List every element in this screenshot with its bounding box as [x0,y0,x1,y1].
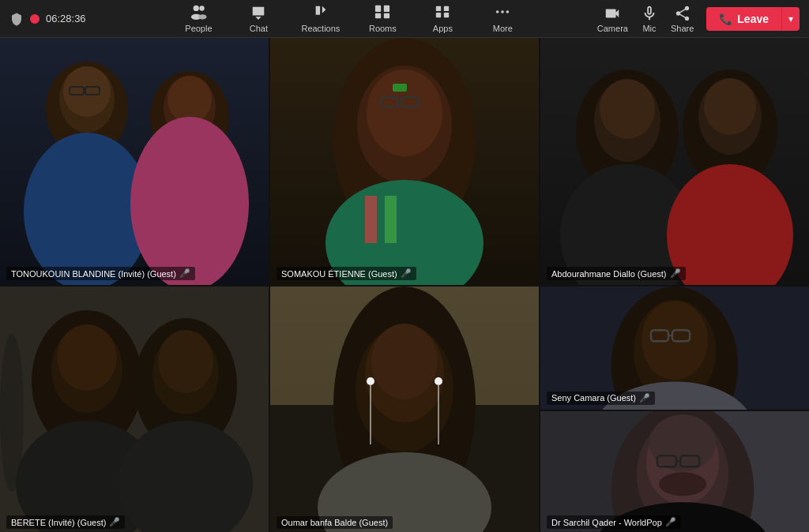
berete-silhouette [0,287,269,532]
people-label: People [185,24,212,33]
svg-rect-8 [436,6,441,11]
person-silhouette [0,38,269,285]
leave-button[interactable]: 📞 Leave [706,7,781,31]
svg-point-46 [57,324,117,391]
top-bar: 06:28:36 People Chat [0,0,809,38]
mic-label: Mic [642,24,656,33]
svg-rect-28 [393,84,407,92]
svg-point-0 [194,6,199,11]
nav-reactions[interactable]: Reactions [301,4,340,33]
call-timer: 06:28:36 [46,13,86,24]
more-icon [494,4,511,22]
nav-people[interactable]: People [181,4,216,33]
more-label: More [493,24,513,33]
svg-rect-33 [385,196,397,243]
participant-name-abdourahmane: Abdourahmane Diallo (Guest) [551,269,667,279]
svg-point-24 [130,117,249,285]
nav-more[interactable]: More [485,4,520,33]
video-cell-abdourahmane: Abdourahmane Diallo (Guest) 🎤 [540,38,809,285]
video-cell-somakou: SOMAKOU ÉTIENNE (Guest) 🎤 [270,38,539,285]
mic-indicator-somakou: 🎤 [401,268,412,279]
participant-name-sarchil: Dr Sarchil Qader - WorldPop [551,518,662,527]
nav-apps[interactable]: Apps [425,4,460,33]
shield-icon-wrap [9,12,24,26]
video-cell-berete: BERETE (Invité) (Guest) 🎤 [0,287,269,532]
video-cell-seny: Seny Camara (Guest) 🎤 [540,287,809,410]
share-icon [674,5,691,22]
participant-name-somakou: SOMAKOU ÉTIENNE (Guest) [281,269,397,279]
mic-indicator-berete: 🎤 [109,517,120,527]
svg-point-23 [167,76,212,123]
nav-rooms[interactable]: Rooms [365,4,400,33]
mic-button[interactable]: Mic [641,5,658,33]
svg-point-80 [659,472,706,496]
leave-group: 📞 Leave ▾ [706,7,800,31]
mic-indicator-sarchil: 🎤 [665,517,676,527]
participant-label-seny: Seny Camara (Guest) 🎤 [547,392,655,405]
sarchil-silhouette [540,411,809,533]
svg-rect-7 [384,13,389,18]
svg-point-60 [435,377,442,385]
svg-point-40 [704,78,756,135]
abdourahmane-silhouette [540,38,809,285]
participant-label-berete: BERETE (Invité) (Guest) 🎤 [6,515,125,529]
camera-icon [604,5,621,22]
participant-name-tonoukouin: TONOUKOUIN BLANDINE (Invité) (Guest) [11,269,176,279]
phone-end-icon: 📞 [719,13,732,25]
participant-name-seny: Seny Camara (Guest) [551,393,636,403]
share-label: Share [671,24,694,33]
video-cell-oumar: Oumar banfa Balde (Guest) [270,287,539,532]
somakou-silhouette [270,38,539,285]
top-bar-nav: People Chat Reactions [104,4,597,33]
camera-label: Camera [597,24,628,33]
mic-indicator-abdourahmane: 🎤 [670,268,681,279]
chat-icon [250,4,267,22]
top-bar-left: 06:28:36 [9,12,104,26]
svg-point-27 [367,69,442,156]
svg-rect-6 [375,13,381,18]
people-icon [190,4,207,22]
share-button[interactable]: Share [671,5,694,33]
rooms-icon [374,4,391,22]
svg-rect-4 [375,6,381,12]
svg-point-13 [502,10,505,13]
record-indicator [30,14,40,24]
video-grid: TONOUKOUIN BLANDINE (Invité) (Guest) 🎤 [0,38,809,532]
participant-name-oumar: Oumar banfa Balde (Guest) [281,518,388,527]
svg-point-14 [506,10,510,13]
col3-row2-split: Seny Camara (Guest) 🎤 [540,287,809,532]
participant-label-somakou: SOMAKOU ÉTIENNE (Guest) 🎤 [277,267,416,280]
camera-button[interactable]: Camera [597,5,628,33]
svg-rect-11 [444,13,449,17]
oumar-silhouette [270,287,539,532]
reactions-icon [312,4,329,22]
svg-point-76 [649,414,716,471]
mic-icon [641,5,658,22]
svg-point-3 [199,14,207,19]
participant-label-abdourahmane: Abdourahmane Diallo (Guest) 🎤 [547,267,686,280]
reactions-label: Reactions [301,24,340,33]
participant-label-tonoukouin: TONOUKOUIN BLANDINE (Invité) (Guest) 🎤 [6,267,195,280]
svg-point-57 [371,324,438,399]
participant-label-sarchil: Dr Sarchil Qader - WorldPop 🎤 [547,515,681,529]
svg-point-2 [200,6,205,10]
svg-rect-5 [384,6,389,12]
svg-rect-32 [365,196,377,243]
apps-icon [434,4,451,22]
participant-label-oumar: Oumar banfa Balde (Guest) [277,516,393,529]
svg-point-36 [600,79,655,139]
top-bar-right: Camera Mic Share 📞 Leave ▾ [597,5,800,33]
svg-point-12 [496,10,499,13]
leave-dropdown-button[interactable]: ▾ [781,7,800,31]
svg-point-41 [667,164,793,285]
svg-rect-10 [436,13,441,17]
svg-rect-9 [444,6,449,11]
video-cell-sarchil: Dr Sarchil Qader - WorldPop 🎤 [540,411,809,533]
nav-chat[interactable]: Chat [241,4,276,33]
chat-label: Chat [250,24,268,33]
apps-label: Apps [433,24,453,33]
shield-icon [9,12,24,26]
rooms-label: Rooms [369,24,397,33]
mic-indicator-tonoukouin: 🎤 [179,268,190,279]
mic-indicator-seny: 🎤 [639,393,650,403]
